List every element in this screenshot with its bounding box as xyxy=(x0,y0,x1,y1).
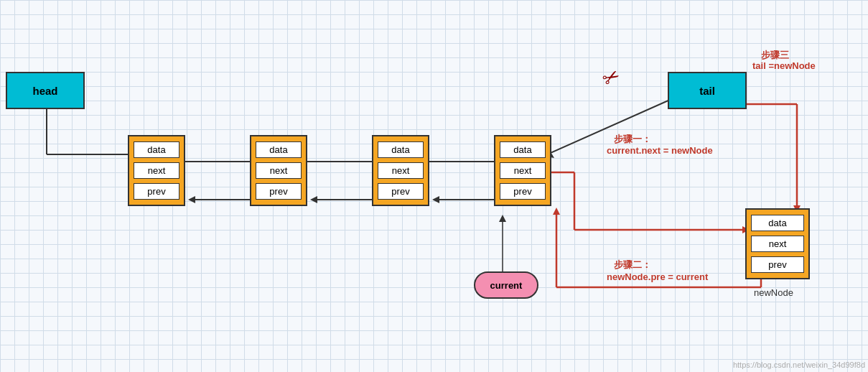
current-box: current xyxy=(474,271,538,299)
node2-prev: prev xyxy=(256,183,302,200)
node4-data: data xyxy=(500,141,546,158)
tail-label: tail xyxy=(699,85,715,97)
tail-box: tail xyxy=(668,72,747,109)
head-label: head xyxy=(32,85,57,97)
node1-next: next xyxy=(134,162,179,179)
newnode-label: newNode xyxy=(754,287,793,298)
svg-marker-18 xyxy=(188,196,195,203)
node2-box: data next prev xyxy=(250,135,307,206)
node3-box: data next prev xyxy=(372,135,429,206)
newnode-prev: prev xyxy=(751,256,804,273)
node3-prev: prev xyxy=(378,183,424,200)
watermark: https://blog.csdn.net/weixin_34d99f8d xyxy=(733,361,865,369)
newnode-box: data next prev xyxy=(745,208,810,279)
diagram-canvas: head data next prev data next prev data … xyxy=(0,0,868,372)
step2-label: 步骤二： xyxy=(614,259,651,271)
step3-desc: tail =newNode xyxy=(752,60,816,71)
step1-desc: current.next = newNode xyxy=(607,145,713,156)
newnode-next: next xyxy=(751,236,804,252)
node3-data: data xyxy=(378,141,424,158)
node4-prev: prev xyxy=(500,183,546,200)
step1-label: 步骤一： xyxy=(614,133,651,146)
newnode-data: data xyxy=(751,215,804,231)
head-box: head xyxy=(6,72,85,109)
svg-marker-16 xyxy=(310,196,317,203)
node4-box: data next prev xyxy=(494,135,551,206)
node2-data: data xyxy=(256,141,302,158)
node1-box: data next prev xyxy=(128,135,185,206)
svg-marker-14 xyxy=(432,196,439,203)
svg-marker-29 xyxy=(499,215,506,222)
node1-data: data xyxy=(134,141,179,158)
current-label: current xyxy=(490,280,523,291)
node4-next: next xyxy=(500,162,546,179)
step2-desc: newNode.pre = current xyxy=(607,271,708,282)
scissors-icon: ✂ xyxy=(598,63,624,92)
node2-next: next xyxy=(256,162,302,179)
node3-next: next xyxy=(378,162,424,179)
node1-prev: prev xyxy=(134,183,179,200)
svg-marker-22 xyxy=(553,208,560,215)
